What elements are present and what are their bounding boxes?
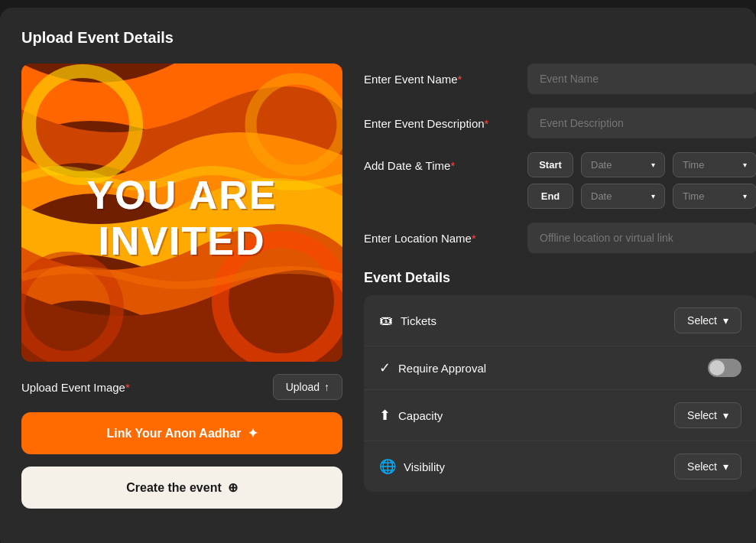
chevron-down-icon: ▾ — [743, 192, 747, 200]
event-name-input[interactable] — [527, 63, 756, 94]
event-description-label: Enter Event Description* — [364, 117, 517, 130]
require-approval-toggle[interactable] — [708, 359, 741, 377]
chevron-down-icon: ▾ — [743, 161, 747, 169]
create-event-label: Create the event — [126, 481, 222, 495]
event-description-input[interactable] — [527, 108, 756, 138]
start-time-text: Time — [683, 159, 737, 171]
event-name-label: Enter Event Name* — [364, 73, 517, 86]
end-date-row: End Date ▾ Time ▾ — [527, 184, 756, 209]
link-aadhar-label: Link Your Anon Aadhar — [106, 427, 241, 441]
capacity-label: Capacity — [398, 409, 443, 422]
end-time-text: Time — [683, 190, 737, 202]
capacity-left: ⬆ Capacity — [379, 407, 443, 424]
right-column: Enter Event Name* Enter Event Descriptio… — [364, 63, 756, 509]
location-label: Enter Location Name* — [364, 232, 517, 245]
tickets-select-label: Select — [687, 314, 717, 327]
end-time-dropdown[interactable]: Time ▾ — [673, 184, 756, 209]
tickets-select-button[interactable]: Select ▾ — [674, 307, 741, 333]
require-approval-row: ✓ Require Approval — [364, 346, 756, 390]
event-details-title: Event Details — [364, 270, 756, 286]
upload-icon: ↑ — [324, 381, 329, 393]
date-time-inputs: Start Date ▾ Time ▾ End — [527, 152, 756, 209]
start-date-row: Start Date ▾ Time ▾ — [527, 152, 756, 177]
tickets-row: 🎟 Tickets Select ▾ — [364, 295, 756, 346]
sparkle-icon: ✦ — [248, 426, 258, 441]
event-description-row: Enter Event Description* — [364, 108, 756, 138]
svg-text:YOU ARE: YOU ARE — [87, 173, 277, 217]
visibility-select-button[interactable]: Select ▾ — [674, 454, 741, 480]
date-time-label: Add Date & Time* — [364, 152, 517, 172]
start-time-dropdown[interactable]: Time ▾ — [673, 152, 756, 177]
required-star: * — [125, 381, 130, 394]
location-input[interactable] — [527, 223, 756, 253]
details-card: 🎟 Tickets Select ▾ ✓ Require Approval — [364, 295, 756, 492]
end-date-text: Date — [591, 190, 645, 202]
capacity-select-label: Select — [687, 409, 717, 421]
check-icon: ✓ — [379, 359, 391, 376]
start-date-text: Date — [591, 159, 645, 171]
event-name-row: Enter Event Name* — [364, 63, 756, 94]
date-time-row: Add Date & Time* Start Date ▾ Time ▾ — [364, 152, 756, 209]
approval-label: Require Approval — [398, 362, 486, 375]
visibility-left: 🌐 Visibility — [379, 458, 445, 475]
chevron-down-icon: ▾ — [651, 161, 655, 169]
end-tag: End — [527, 184, 573, 209]
svg-text:INVITED: INVITED — [98, 219, 265, 263]
main-layout: YOU ARE INVITED YOU ARE INVITED YOU ARE … — [21, 63, 735, 509]
chevron-down-icon: ▾ — [723, 314, 728, 327]
visibility-row: 🌐 Visibility Select ▾ — [364, 441, 756, 492]
left-column: YOU ARE INVITED YOU ARE INVITED YOU ARE … — [21, 63, 342, 509]
location-row: Enter Location Name* — [364, 223, 756, 253]
link-aadhar-button[interactable]: Link Your Anon Aadhar ✦ — [21, 412, 342, 454]
upload-button[interactable]: Upload ↑ — [273, 374, 342, 400]
approval-left: ✓ Require Approval — [379, 359, 486, 376]
chevron-down-icon: ▾ — [651, 192, 655, 200]
upload-label: Upload — [286, 381, 320, 393]
create-event-button[interactable]: Create the event ⊕ — [21, 467, 342, 509]
upload-image-row: Upload Event Image* Upload ↑ — [21, 374, 342, 400]
plus-circle-icon: ⊕ — [228, 480, 238, 495]
globe-icon: 🌐 — [379, 458, 396, 475]
start-tag: Start — [527, 152, 573, 177]
tickets-left: 🎟 Tickets — [379, 313, 436, 329]
visibility-label: Visibility — [404, 460, 445, 473]
upload-image-label: Upload Event Image* — [21, 381, 130, 394]
event-image-preview: YOU ARE INVITED YOU ARE INVITED YOU ARE … — [21, 63, 342, 362]
toggle-knob — [709, 360, 725, 376]
start-date-dropdown[interactable]: Date ▾ — [581, 152, 665, 177]
tickets-icon: 🎟 — [379, 313, 393, 329]
page-title: Upload Event Details — [21, 29, 735, 47]
chevron-down-icon: ▾ — [723, 409, 728, 421]
capacity-row: ⬆ Capacity Select ▾ — [364, 390, 756, 441]
chevron-down-icon: ▾ — [723, 460, 728, 473]
tickets-label: Tickets — [401, 314, 436, 327]
event-details-section: Event Details 🎟 Tickets Select ▾ — [364, 270, 756, 492]
end-date-dropdown[interactable]: Date ▾ — [581, 184, 665, 209]
capacity-icon: ⬆ — [379, 407, 391, 424]
capacity-select-button[interactable]: Select ▾ — [674, 402, 741, 428]
main-container: Upload Event Details — [0, 8, 756, 543]
visibility-select-label: Select — [687, 460, 717, 473]
